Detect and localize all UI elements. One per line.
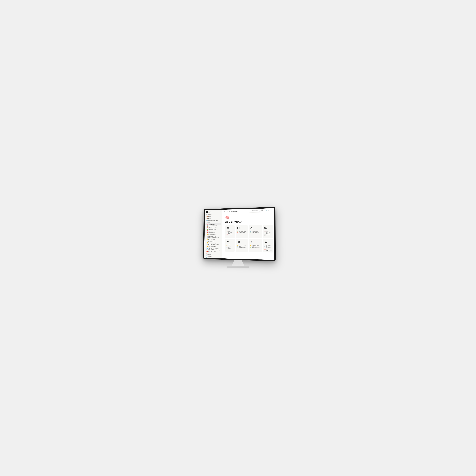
sidebar-item-objectifs[interactable]: 🎯 MES OBJECTIFS — [205, 227, 221, 229]
card-label-journal: ✏️ MON JOURNAL — [250, 232, 260, 233]
main-content: ← → ↻ 2e CERVEAU Edited just now Share 🕐… — [222, 208, 274, 260]
card-label-cours: 📚 MES COURS — [250, 231, 260, 232]
page-content: 🧠 2e CERVEAU — [222, 212, 274, 260]
chevron-down-icon: ▾ — [220, 211, 221, 212]
seances-icon: 💪 — [206, 246, 208, 247]
trash-icon: 🗑️ — [205, 257, 207, 258]
card-label-finances: 💰 MES FINANCES — [237, 244, 246, 246]
sidebar-item-todo[interactable]: ✅ MA TO-DO LIST — [205, 228, 221, 230]
star-button[interactable]: ☆ — [268, 209, 270, 211]
monitor-screen-container: N Notion ▾ 🔍 Search — [203, 207, 276, 261]
sidebar-item-agenda[interactable]: 📅 MON AGENDA — [205, 230, 221, 232]
sidebar-item-finances[interactable]: 💰 MES FINANCES — [205, 242, 221, 244]
sidebar-item-projets[interactable]: 📁 MES PROJETS — [205, 239, 221, 240]
back-button[interactable]: ← — [223, 210, 225, 212]
svg-point-0 — [227, 227, 229, 229]
sidebar-item-cerveau[interactable]: 🧠 2e CERVEAU — [205, 223, 221, 225]
topbar-left: ← → ↻ 2e CERVEAU — [223, 210, 238, 212]
notes-icon: 📝 — [206, 240, 208, 242]
habitudes-icon: 📋 — [207, 225, 208, 227]
breadcrumb: 2e CERVEAU — [231, 210, 238, 212]
svg-point-2 — [228, 228, 228, 228]
sidebar-pages: 🧠 2e CERVEAU 📋 MES HABITUDES 🎯 MES OBJE — [205, 223, 221, 253]
clock-button[interactable]: 🕐 — [265, 209, 267, 211]
card-label-notes: 📝 MES NOTES — [226, 247, 233, 249]
cerveau-icon: 🧠 — [207, 224, 208, 225]
settings-icon: ⚙️ — [206, 220, 208, 221]
notion-logo: N — [206, 211, 208, 213]
card-label-agenda: 📅 MON AGENDA — [237, 232, 246, 233]
films-icon: 🎬 — [207, 237, 208, 238]
sidebar-item-films[interactable]: 🎬 MES FILMS & SÉRIES — [205, 237, 221, 239]
card-finances-abonnements[interactable]: 💰 MES FINANCES 🔄 MES ABONNEMENTS — [236, 239, 248, 252]
card-label-abonnements: 🔄 MES ABONNEMENTS — [237, 246, 246, 248]
lectures-icon: 📖 — [207, 236, 208, 237]
heart-icon — [250, 240, 260, 244]
templates-icon: 📄 — [205, 255, 207, 257]
card-label-objectifs: 🎯 MES OBJECTIFS — [226, 233, 233, 236]
monitor-wrapper: N Notion ▾ 🔍 Search — [202, 208, 274, 268]
sidebar-item-recettes[interactable]: 🍎 MES RECETTES — [205, 251, 221, 253]
svg-line-4 — [252, 227, 252, 228]
card-label-habitudes: 📋 MES HABITUDES — [226, 231, 234, 233]
card-cours-journal[interactable]: 📚 MES COURS ✏️ MON JOURNAL — [249, 225, 262, 238]
camera-icon — [237, 240, 246, 244]
sidebar-bottom: 📅 Calendar 📄 Templates 🗑️ Trash — [204, 253, 222, 258]
card-habitudes-objectifs[interactable]: 📋 MES HABITUDES 🎯 MES OBJECTIFS — [225, 225, 235, 238]
sidebar-item-abonnements[interactable]: 🔄 MES ABONNEMENTS — [205, 244, 221, 246]
sidebar-app-title[interactable]: N Notion ▾ — [205, 210, 221, 213]
card-projets-notes[interactable]: 📁 MES PROJETS 📝 MES NOTES — [225, 239, 235, 252]
calendar-icon: 📅 — [205, 254, 207, 255]
search-icon: 🔍 — [206, 214, 208, 215]
inbox-icon: 📥 — [206, 218, 208, 219]
svg-point-1 — [227, 227, 228, 229]
folder-icon — [226, 240, 233, 243]
sidebar-item-settings[interactable]: ⚙️ Settings & members — [205, 219, 221, 221]
target-icon — [226, 227, 234, 230]
card-lectures-films[interactable]: 📖 MES LECTURES 🎬 MES FILMS & SÉRIES — [263, 225, 273, 238]
courses-icon: 🛒 — [206, 249, 208, 250]
sidebar-item-cours[interactable]: 📚 MES COURS — [205, 232, 221, 234]
sidebar-item-inbox[interactable]: 📥 Inbox — [205, 217, 221, 220]
monitor-bezel: N Notion ▾ 🔍 Search — [203, 207, 276, 261]
sidebar-section-private: Private — [205, 221, 221, 223]
page-emoji: 🧠 — [225, 215, 271, 220]
abonnements-icon: 🔄 — [206, 244, 208, 245]
reload-button[interactable]: ↻ — [229, 210, 231, 212]
card-todo-agenda[interactable]: ✅ MA TO-DO LIST 📅 MON AGENDA — [236, 225, 248, 238]
card-label-courses: 🛒 MA LISTE DE COURSES — [264, 245, 272, 248]
journal-icon: ✏️ — [207, 234, 208, 235]
card-label-lectures: 📖 MES LECTURES — [264, 231, 272, 233]
monitor-screen: N Notion ▾ 🔍 Search — [204, 208, 274, 260]
card-label-todo: ✅ MA TO-DO LIST — [237, 231, 246, 232]
more-button[interactable]: ··· — [271, 209, 272, 211]
sidebar-item-lectures[interactable]: 📖 MES LECTURES — [205, 235, 221, 237]
monitor-stand-base — [227, 266, 249, 268]
performances-icon: 📊 — [206, 247, 208, 249]
sidebar-app-name: Notion — [208, 211, 212, 213]
share-button[interactable]: Share — [259, 209, 264, 211]
card-seances-performances[interactable]: 💪 MES SÉANCES 📊 MES PERFORMANCES — [249, 239, 262, 252]
sidebar-item-notes[interactable]: 📝 MES NOTES — [205, 240, 221, 242]
book-icon — [264, 226, 271, 230]
todo-icon: ✅ — [207, 229, 208, 230]
objectifs-icon: 🎯 — [207, 227, 208, 228]
forward-button[interactable]: → — [226, 210, 228, 212]
sidebar-item-habitudes[interactable]: 📋 MES HABITUDES — [205, 225, 221, 227]
check-icon — [237, 227, 246, 230]
sidebar-item-journal[interactable]: ✏️ MON JOURNAL — [205, 234, 221, 235]
cards-grid: 📋 MES HABITUDES 🎯 MES OBJECTIFS — [225, 225, 271, 253]
recettes-icon: 🍎 — [206, 251, 208, 252]
svg-point-5 — [238, 241, 239, 242]
finances-icon: 💰 — [206, 242, 208, 244]
card-label-films: 🎬 MES FILMS & SÉRIES — [264, 233, 272, 237]
home-icon: 🏠 — [206, 216, 208, 217]
sidebar: N Notion ▾ 🔍 Search — [204, 210, 222, 258]
topbar-right: Edited just now Share 🕐 ☆ ··· — [251, 209, 272, 212]
apple-icon — [264, 241, 272, 244]
card-courses-recettes[interactable]: 🛒 MA LISTE DE COURSES 🍎 MES RECETTES — [263, 239, 273, 253]
pen-icon — [250, 226, 260, 230]
agenda-icon: 📅 — [207, 230, 208, 232]
projets-icon: 📁 — [206, 239, 208, 240]
card-label-seances: 💪 MES SÉANCES — [250, 245, 260, 246]
